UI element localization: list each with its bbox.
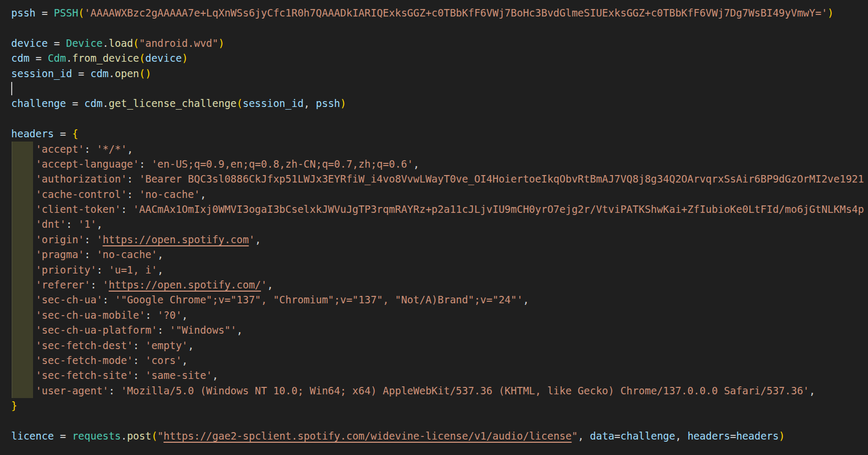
code-token: requests: [72, 430, 121, 442]
code-line[interactable]: licence = requests.post("https://gae2-sp…: [11, 428, 868, 443]
code-token: 'cors': [145, 354, 182, 366]
code-token: =: [54, 430, 72, 442]
code-line[interactable]: 'accept-language': 'en-US;q=0.9,en;q=0.8…: [11, 156, 868, 171]
code-token: [11, 203, 36, 215]
code-token: :: [84, 234, 96, 245]
code-token: '?0': [158, 309, 182, 321]
code-line[interactable]: 'client-token': 'AACmAx1OmIxj0WMVI3ogaI3…: [11, 202, 868, 217]
code-token: ': [261, 279, 267, 291]
code-line[interactable]: 'user-agent': 'Mozilla/5.0 (Windows NT 1…: [11, 383, 868, 398]
code-token: cdm: [84, 97, 102, 109]
code-token: 'accept': [36, 143, 85, 155]
code-line[interactable]: session_id = cdm.open(): [11, 66, 868, 81]
code-line[interactable]: 'authorization': 'Bearer BQC3sl0886CkJfx…: [11, 171, 868, 186]
code-token: session_id: [11, 68, 72, 79]
code-token: .: [121, 430, 127, 442]
code-token: ,: [304, 97, 316, 109]
code-line[interactable]: 'sec-ch-ua-mobile': '?0',: [11, 308, 868, 322]
code-line[interactable]: 'referer': 'https://open.spotify.com/',: [11, 277, 868, 292]
code-token: :: [103, 294, 115, 305]
code-text: 'sec-ch-ua': '"Google Chrome";v="137", "…: [11, 294, 529, 305]
code-line[interactable]: 'priority': 'u=1, i',: [11, 262, 868, 277]
code-token: :: [139, 158, 151, 170]
code-line[interactable]: 'accept': '*/*',: [11, 142, 868, 156]
code-token: 'Mozilla/5.0 (Windows NT 10.0; Win64; x6…: [121, 385, 809, 396]
code-text: 'accept': '*/*',: [11, 143, 133, 155]
code-text: device = Device.load("android.wvd"): [11, 37, 224, 49]
code-line[interactable]: 'sec-ch-ua': '"Google Chrome";v="137", "…: [11, 292, 868, 307]
code-line[interactable]: 'sec-fetch-site': 'same-site',: [11, 368, 868, 383]
code-line[interactable]: [11, 81, 868, 96]
code-token: ,: [675, 430, 687, 442]
code-token: '"Google Chrome";v="137", "Chromium";v="…: [115, 294, 523, 305]
code-token: 'AAAAWXBzc2gAAAAA7e+LqXnWSs6jyCfc1R0h7QA…: [84, 7, 828, 19]
code-token: [11, 143, 36, 155]
code-token: ,: [188, 340, 194, 351]
code-token: 'en-US;q=0.9,en;q=0.8,zh-CN;q=0.7,zh;q=0…: [151, 158, 413, 170]
code-token: :: [91, 279, 103, 291]
code-token: 'sec-ch-ua-platform': [36, 324, 158, 336]
code-line[interactable]: cdm = Cdm.from_device(device): [11, 51, 868, 65]
code-token: [11, 279, 36, 291]
code-line[interactable]: [11, 111, 868, 126]
code-text: 'client-token': 'AACmAx1OmIxj0WMVI3ogaI3…: [11, 203, 864, 215]
code-line[interactable]: 'pragma': 'no-cache',: [11, 247, 868, 262]
code-token: (: [139, 68, 145, 79]
code-token: ,: [523, 294, 529, 305]
code-line[interactable]: 'sec-fetch-mode': 'cors',: [11, 353, 868, 368]
code-token: 'client-token': [36, 203, 121, 215]
code-line[interactable]: [11, 20, 868, 35]
code-token: ,: [578, 430, 590, 442]
code-token: '*/*': [96, 143, 127, 155]
code-token: ": [571, 430, 577, 442]
code-token: =: [730, 430, 736, 442]
code-token: 'sec-fetch-dest': [36, 340, 133, 351]
code-text: 'origin': 'https://open.spotify.com',: [11, 234, 261, 245]
code-text: 'user-agent': 'Mozilla/5.0 (Windows NT 1…: [11, 385, 815, 396]
code-token: headers: [736, 430, 779, 442]
code-link-token[interactable]: https://gae2-spclient.spotify.com/widevi…: [163, 430, 571, 442]
code-line[interactable]: [11, 413, 868, 428]
code-token: (: [78, 7, 84, 19]
code-text: 'authorization': 'Bearer BQC3sl0886CkJfx…: [11, 173, 864, 185]
code-token: data: [590, 430, 615, 442]
code-token: [11, 369, 36, 381]
code-token: ,: [267, 279, 273, 291]
code-line[interactable]: device = Device.load("android.wvd"): [11, 36, 868, 51]
code-token: [11, 385, 36, 396]
code-line[interactable]: 'sec-ch-ua-platform': '"Windows"',: [11, 322, 868, 337]
code-token: ,: [182, 354, 187, 366]
code-line[interactable]: headers = {: [11, 126, 868, 141]
code-token: :: [127, 173, 139, 185]
code-line[interactable]: 'dnt': '1',: [11, 217, 868, 231]
code-token: 'priority': [36, 264, 96, 276]
code-token: ,: [127, 143, 133, 155]
code-token: PSSH: [54, 7, 78, 19]
code-token: .: [66, 52, 72, 64]
code-line[interactable]: challenge = cdm.get_license_challenge(se…: [11, 96, 868, 111]
code-text: session_id = cdm.open(): [11, 68, 151, 79]
code-text: 'dnt': '1',: [11, 218, 103, 230]
code-line[interactable]: 'cache-control': 'no-cache',: [11, 187, 868, 202]
code-token: device: [11, 37, 48, 49]
code-token: {: [72, 128, 78, 139]
code-line[interactable]: }: [11, 398, 868, 413]
code-link-token[interactable]: https://open.spotify.com: [103, 234, 249, 245]
code-token: get_license_challenge: [109, 97, 236, 109]
code-token: :: [133, 340, 145, 351]
code-link-token[interactable]: https://open.spotify.com/: [109, 279, 261, 291]
code-token: [11, 294, 36, 305]
code-editor[interactable]: pssh = PSSH('AAAAWXBzc2gAAAAA7e+LqXnWSs6…: [0, 0, 868, 455]
code-line[interactable]: 'origin': 'https://open.spotify.com',: [11, 232, 868, 247]
code-token: =: [48, 37, 66, 49]
code-token: 'u=1, i': [109, 264, 158, 276]
code-token: [11, 234, 36, 245]
code-text: pssh = PSSH('AAAAWXBzc2gAAAAA7e+LqXnWSs6…: [11, 7, 833, 19]
code-line[interactable]: pssh = PSSH('AAAAWXBzc2gAAAAA7e+LqXnWSs6…: [11, 5, 868, 20]
code-token: (: [133, 37, 139, 49]
code-token: pssh: [11, 7, 36, 19]
code-text: 'cache-control': 'no-cache',: [11, 188, 206, 200]
code-line[interactable]: 'sec-fetch-dest': 'empty',: [11, 338, 868, 353]
code-token: [11, 354, 36, 366]
code-token: Cdm: [48, 52, 66, 64]
